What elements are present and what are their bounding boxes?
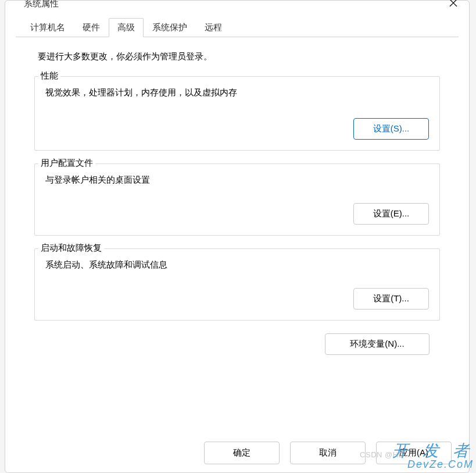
cancel-button[interactable]: 取消 xyxy=(290,442,366,464)
title-bar: 系统属性 xyxy=(5,1,469,11)
user-profiles-settings-button[interactable]: 设置(E)... xyxy=(353,203,429,225)
startup-recovery-button-row: 设置(T)... xyxy=(45,288,429,310)
user-profiles-button-row: 设置(E)... xyxy=(45,203,429,225)
devze-watermark-top: 开 发 者 xyxy=(392,442,474,460)
performance-group: 性能 视觉效果，处理器计划，内存使用，以及虚拟内存 设置(S)... xyxy=(34,76,440,151)
devze-watermark: 开 发 者 DevZe.CoM xyxy=(392,440,474,471)
tab-hardware[interactable]: 硬件 xyxy=(74,18,109,37)
startup-recovery-settings-button[interactable]: 设置(T)... xyxy=(353,288,429,310)
user-profiles-desc: 与登录帐户相关的桌面设置 xyxy=(45,175,429,186)
tab-remote[interactable]: 远程 xyxy=(196,18,231,37)
system-properties-dialog: 系统属性 计算机名 硬件 高级 系统保护 远程 要进行大多数更改，你必须作为管理… xyxy=(5,0,470,473)
startup-recovery-group: 启动和故障恢复 系统启动、系统故障和调试信息 设置(T)... xyxy=(34,248,440,321)
user-profiles-group: 用户配置文件 与登录帐户相关的桌面设置 设置(E)... xyxy=(34,163,440,236)
performance-legend: 性能 xyxy=(38,70,60,81)
startup-recovery-legend: 启动和故障恢复 xyxy=(38,243,104,254)
tab-strip: 计算机名 硬件 高级 系统保护 远程 xyxy=(5,18,469,37)
performance-desc: 视觉效果，处理器计划，内存使用，以及虚拟内存 xyxy=(45,87,429,98)
close-icon[interactable] xyxy=(445,0,462,11)
window-title: 系统属性 xyxy=(12,0,59,9)
tab-system-protection[interactable]: 系统保护 xyxy=(144,18,196,37)
tab-computer-name[interactable]: 计算机名 xyxy=(22,18,74,37)
env-variables-row: 环境变量(N)... xyxy=(34,333,440,355)
tab-advanced[interactable]: 高级 xyxy=(109,18,144,37)
performance-settings-button[interactable]: 设置(S)... xyxy=(353,118,429,140)
performance-button-row: 设置(S)... xyxy=(45,118,429,140)
user-profiles-legend: 用户配置文件 xyxy=(38,158,95,169)
startup-recovery-desc: 系统启动、系统故障和调试信息 xyxy=(45,259,429,271)
tab-content-advanced: 要进行大多数更改，你必须作为管理员登录。 性能 视觉效果，处理器计划，内存使用，… xyxy=(5,37,469,361)
devze-watermark-bottom: DevZe.CoM xyxy=(392,458,474,471)
ok-button[interactable]: 确定 xyxy=(204,442,280,464)
admin-notice-text: 要进行大多数更改，你必须作为管理员登录。 xyxy=(34,51,440,62)
environment-variables-button[interactable]: 环境变量(N)... xyxy=(325,333,430,355)
